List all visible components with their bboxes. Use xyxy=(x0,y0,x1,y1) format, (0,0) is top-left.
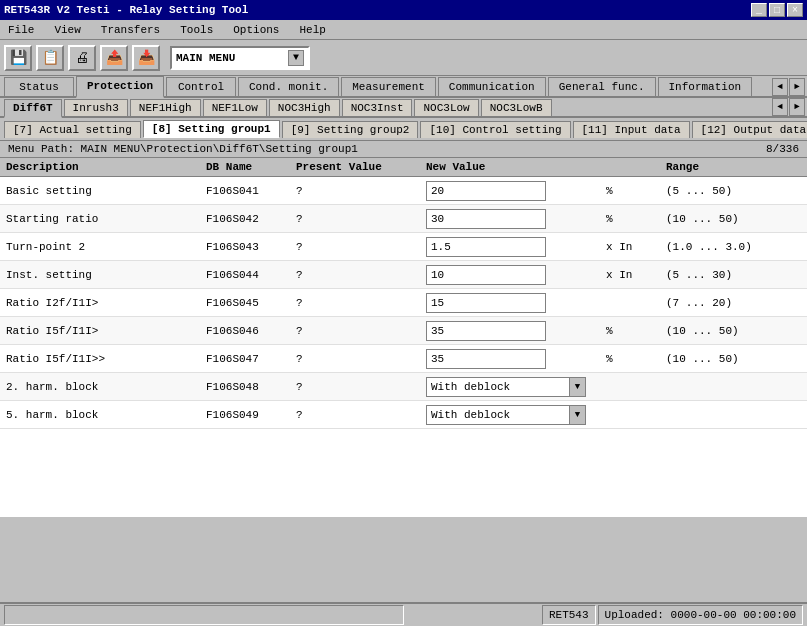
copy-button[interactable]: 📋 xyxy=(36,45,64,71)
cell-new-value[interactable] xyxy=(426,181,606,201)
new-value-input[interactable] xyxy=(426,181,546,201)
col-dbname: DB Name xyxy=(206,161,296,173)
setting-tab-output[interactable]: [12] Output data xyxy=(692,121,807,138)
title-bar: RET543R V2 Testi - Relay Setting Tool _ … xyxy=(0,0,807,20)
tab-protection[interactable]: Protection xyxy=(76,76,164,98)
table-row: Starting ratio F106S042 ? % (10 ... 50) xyxy=(0,205,807,233)
menu-tools[interactable]: Tools xyxy=(176,24,217,36)
setting-tab-actual[interactable]: [7] Actual setting xyxy=(4,121,141,138)
main-menu-selector[interactable]: MAIN MENU ▼ xyxy=(170,46,310,70)
sub-tab-prev[interactable]: ◄ xyxy=(772,98,788,116)
menu-path-text: Menu Path: MAIN MENU\Protection\Diff6T\S… xyxy=(8,143,358,155)
sub-tab-next[interactable]: ► xyxy=(789,98,805,116)
cell-new-select[interactable]: With deblock ▼ xyxy=(426,377,606,397)
print-button[interactable]: 🖨 xyxy=(68,45,96,71)
tab-cond-monit[interactable]: Cond. monit. xyxy=(238,77,339,96)
window-title: RET543R V2 Testi - Relay Setting Tool xyxy=(4,4,248,16)
setting-tab-input[interactable]: [11] Input data xyxy=(573,121,690,138)
cell-unit: % xyxy=(606,325,666,337)
sub-tab-inrush3[interactable]: Inrush3 xyxy=(64,99,128,116)
top-tab-nav: ◄ ► xyxy=(772,78,807,96)
sub-tab-nef1low[interactable]: NEF1Low xyxy=(203,99,267,116)
cell-present: ? xyxy=(296,269,426,281)
cell-present: ? xyxy=(296,409,426,421)
cell-dbname: F106S043 xyxy=(206,241,296,253)
cell-unit: % xyxy=(606,353,666,365)
new-value-input[interactable] xyxy=(426,237,546,257)
select-dropdown-button[interactable]: ▼ xyxy=(569,406,585,424)
sub-tab-noc3lowb[interactable]: NOC3LowB xyxy=(481,99,552,116)
upload-button[interactable]: 📤 xyxy=(100,45,128,71)
menu-options[interactable]: Options xyxy=(229,24,283,36)
cell-new-value[interactable] xyxy=(426,293,606,313)
save-button[interactable]: 💾 xyxy=(4,45,32,71)
device-label: RET543 xyxy=(542,605,596,625)
select-wrapper[interactable]: With deblock ▼ xyxy=(426,405,586,425)
cell-present: ? xyxy=(296,381,426,393)
col-range: Range xyxy=(666,161,776,173)
main-menu-label: MAIN MENU xyxy=(176,52,288,64)
download-button[interactable]: 📥 xyxy=(132,45,160,71)
menu-view[interactable]: View xyxy=(50,24,84,36)
cell-description: 5. harm. block xyxy=(6,409,206,421)
cell-present: ? xyxy=(296,325,426,337)
sub-tab-row: Diff6T Inrush3 NEF1High NEF1Low NOC3High… xyxy=(0,98,807,118)
tab-status[interactable]: Status xyxy=(4,77,74,96)
menu-help[interactable]: Help xyxy=(295,24,329,36)
table-row: Inst. setting F106S044 ? x In (5 ... 30) xyxy=(0,261,807,289)
top-tab-prev[interactable]: ◄ xyxy=(772,78,788,96)
sub-tab-noc3inst[interactable]: NOC3Inst xyxy=(342,99,413,116)
cell-new-value[interactable] xyxy=(426,321,606,341)
cell-range: (1.0 ... 3.0) xyxy=(666,241,776,253)
close-button[interactable]: × xyxy=(787,3,803,17)
top-tab-next[interactable]: ► xyxy=(789,78,805,96)
toolbar: 💾 📋 🖨 📤 📥 MAIN MENU ▼ xyxy=(0,40,807,76)
menu-file[interactable]: File xyxy=(4,24,38,36)
cell-dbname: F106S046 xyxy=(206,325,296,337)
new-value-input[interactable] xyxy=(426,265,546,285)
cell-unit: x In xyxy=(606,269,666,281)
new-value-input[interactable] xyxy=(426,321,546,341)
cell-present: ? xyxy=(296,213,426,225)
cell-range: (5 ... 50) xyxy=(666,185,776,197)
maximize-button[interactable]: □ xyxy=(769,3,785,17)
new-value-input[interactable] xyxy=(426,209,546,229)
table-row: Ratio I5f/I1I> F106S046 ? % (10 ... 50) xyxy=(0,317,807,345)
main-menu-dropdown-button[interactable]: ▼ xyxy=(288,50,304,66)
new-value-input[interactable] xyxy=(426,349,546,369)
cell-range: (10 ... 50) xyxy=(666,353,776,365)
cell-dbname: F106S049 xyxy=(206,409,296,421)
cell-new-value[interactable] xyxy=(426,265,606,285)
menu-path-bar: Menu Path: MAIN MENU\Protection\Diff6T\S… xyxy=(0,141,807,158)
cell-dbname: F106S047 xyxy=(206,353,296,365)
select-value: With deblock xyxy=(427,380,569,394)
cell-range: (5 ... 30) xyxy=(666,269,776,281)
tab-general-func[interactable]: General func. xyxy=(548,77,656,96)
select-dropdown-button[interactable]: ▼ xyxy=(569,378,585,396)
cell-new-select[interactable]: With deblock ▼ xyxy=(426,405,606,425)
menu-transfers[interactable]: Transfers xyxy=(97,24,164,36)
cell-dbname: F106S044 xyxy=(206,269,296,281)
sub-tab-diff6t[interactable]: Diff6T xyxy=(4,99,62,118)
sub-tab-nef1high[interactable]: NEF1High xyxy=(130,99,201,116)
sub-tab-noc3high[interactable]: NOC3High xyxy=(269,99,340,116)
new-value-input[interactable] xyxy=(426,293,546,313)
minimize-button[interactable]: _ xyxy=(751,3,767,17)
cell-new-value[interactable] xyxy=(426,349,606,369)
setting-tab-control[interactable]: [10] Control setting xyxy=(420,121,570,138)
sub-tab-noc3low[interactable]: NOC3Low xyxy=(414,99,478,116)
tab-control[interactable]: Control xyxy=(166,77,236,96)
tab-communication[interactable]: Communication xyxy=(438,77,546,96)
tab-measurement[interactable]: Measurement xyxy=(341,77,436,96)
col-present: Present Value xyxy=(296,161,426,173)
cell-new-value[interactable] xyxy=(426,237,606,257)
cell-new-value[interactable] xyxy=(426,209,606,229)
cell-dbname: F106S042 xyxy=(206,213,296,225)
tab-information[interactable]: Information xyxy=(658,77,753,96)
table-row: 2. harm. block F106S048 ? With deblock ▼ xyxy=(0,373,807,401)
setting-tab-group1[interactable]: [8] Setting group1 xyxy=(143,120,280,138)
table-row: Ratio I2f/I1I> F106S045 ? (7 ... 20) xyxy=(0,289,807,317)
cell-unit: % xyxy=(606,185,666,197)
select-wrapper[interactable]: With deblock ▼ xyxy=(426,377,586,397)
setting-tab-group2[interactable]: [9] Setting group2 xyxy=(282,121,419,138)
